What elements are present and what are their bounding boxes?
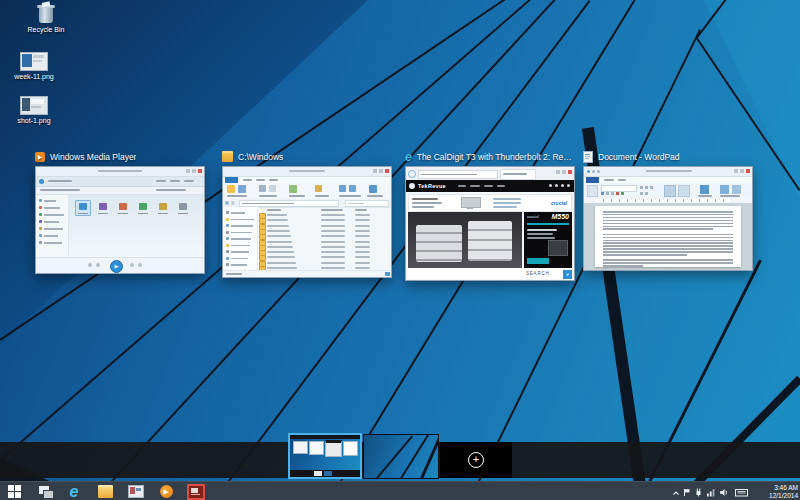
explorer-nav-pane: [223, 207, 258, 271]
desktop-thumbnail-1[interactable]: [288, 433, 362, 479]
taskbar-clock[interactable]: 3:46 AM 12/1/2014: [752, 484, 798, 499]
taskview-button[interactable]: [33, 483, 57, 500]
sidebar-ad-model: M550: [551, 213, 569, 220]
site-header: TekRevue: [406, 180, 574, 192]
media-category-tile: [155, 200, 171, 216]
library-nav-item: [39, 199, 67, 203]
library-nav-item: [39, 220, 67, 224]
search-label: SEARCH: [526, 271, 550, 276]
photos-app-icon: [128, 485, 144, 498]
text-line: [603, 223, 733, 225]
folder-icon: [98, 485, 113, 498]
text-line: [603, 259, 733, 261]
taskview-window-wmp[interactable]: ▶ Windows Media Player ▶: [35, 150, 205, 274]
text-line: [603, 251, 733, 253]
explorer-ribbon: [223, 183, 391, 200]
taskview-window-browser[interactable]: e The CalDigit T3 with Thunderbolt 2: Re…: [405, 150, 575, 281]
file-row: [257, 218, 387, 223]
hidden-icons-chevron-icon[interactable]: [672, 483, 680, 500]
desktop-icon-week-11[interactable]: week-11.png: [2, 52, 66, 81]
window-title: C:\Windows: [238, 152, 283, 162]
system-tray: *: [672, 482, 748, 500]
explorer-window-preview: [222, 166, 392, 278]
file-row: [257, 261, 387, 266]
start-button[interactable]: [2, 483, 26, 500]
library-nav-item: [39, 213, 67, 217]
wordpad-ribbon: [584, 183, 752, 199]
text-line: [603, 217, 733, 219]
volume-icon[interactable]: [719, 483, 729, 500]
wmp-sidebar: [36, 195, 69, 258]
file-row: [257, 224, 387, 229]
wordpad-doc-area: [584, 203, 752, 270]
media-category-tile: [115, 200, 131, 216]
touch-keyboard-icon[interactable]: [735, 483, 748, 500]
browser-chrome: [406, 167, 574, 181]
sidebar-ad: crucial M550: [524, 212, 572, 268]
window-title: Windows Media Player: [50, 152, 136, 162]
taskview-window-wordpad[interactable]: Document - WordPad: [583, 150, 753, 271]
search-section: SEARCH ▼: [408, 268, 572, 279]
media-category-tile: [75, 200, 91, 216]
wmp-library-area: [69, 195, 204, 258]
text-line: [603, 265, 643, 267]
desktop: Recycle Bin week-11.png shot-1.png ▶ Win…: [0, 0, 800, 500]
image-file-icon: [20, 52, 48, 71]
explorer-status-bar: [223, 270, 391, 277]
text-line: [603, 214, 733, 216]
window-title: Document - WordPad: [598, 152, 680, 162]
media-category-tile: [95, 200, 111, 216]
desktop-icon-shot-1[interactable]: shot-1.png: [2, 96, 66, 125]
nav-item: [226, 257, 254, 261]
nav-item: [226, 211, 254, 215]
nav-item: [226, 263, 254, 267]
nav-item: [226, 244, 254, 248]
action-center-flag-icon[interactable]: [683, 483, 691, 500]
taskbar-wmp-button[interactable]: ▶: [154, 483, 178, 500]
nav-item: [226, 250, 254, 254]
taskbar-explorer-button[interactable]: [93, 483, 117, 500]
nav-item: [226, 237, 254, 241]
file-row: [257, 234, 387, 239]
wmp-play-button: ▶: [110, 260, 123, 273]
windows-logo-icon: [8, 485, 21, 498]
file-row: [257, 213, 387, 218]
file-row: [257, 229, 387, 234]
desktop-icon-recycle-bin[interactable]: Recycle Bin: [14, 4, 78, 34]
add-desktop-button[interactable]: +: [440, 442, 512, 478]
desktop-thumbnail-2[interactable]: [363, 434, 439, 479]
taskview-window-explorer[interactable]: C:\Windows: [222, 150, 392, 278]
browser-window-preview: TekRevue crucial: [405, 166, 575, 281]
wmp-playback-bar: ▶: [36, 257, 204, 273]
text-line: [603, 240, 733, 242]
ad-banner: crucial: [408, 194, 572, 212]
tray-time: 3:46 AM: [752, 484, 798, 492]
text-line: [603, 254, 687, 256]
desktop-icon-label: shot-1.png: [2, 117, 66, 125]
taskbar-red-app-button[interactable]: [184, 483, 208, 500]
taskbar: e ▶ *: [0, 481, 800, 500]
library-nav-item: [39, 227, 67, 231]
ie-icon: e: [405, 152, 412, 162]
network-icon[interactable]: *: [706, 483, 716, 500]
add-desktop-plus-icon: +: [468, 452, 484, 468]
ad-brand-logo: crucial: [551, 200, 567, 206]
library-nav-item: [39, 234, 67, 238]
wordpad-page-text: [595, 206, 741, 267]
tray-date: 12/1/2014: [752, 492, 798, 500]
taskbar-photos-button[interactable]: [124, 483, 148, 500]
media-category-tile: [175, 200, 191, 216]
article-photo: [408, 212, 522, 268]
text-line: [603, 220, 733, 222]
nav-item: [226, 224, 254, 228]
taskbar-ie-button[interactable]: e: [62, 483, 86, 500]
site-brand: TekRevue: [418, 183, 446, 189]
file-row: [257, 250, 387, 255]
image-file-icon: [20, 96, 48, 115]
wmp-icon: ▶: [35, 152, 45, 162]
library-nav-item: [39, 206, 67, 210]
wmp-window-preview: ▶: [35, 166, 205, 274]
power-plug-icon[interactable]: [694, 483, 703, 500]
file-row: [257, 245, 387, 250]
window-title: The CalDigit T3 with Thunderbolt 2: Revi…: [417, 152, 575, 162]
